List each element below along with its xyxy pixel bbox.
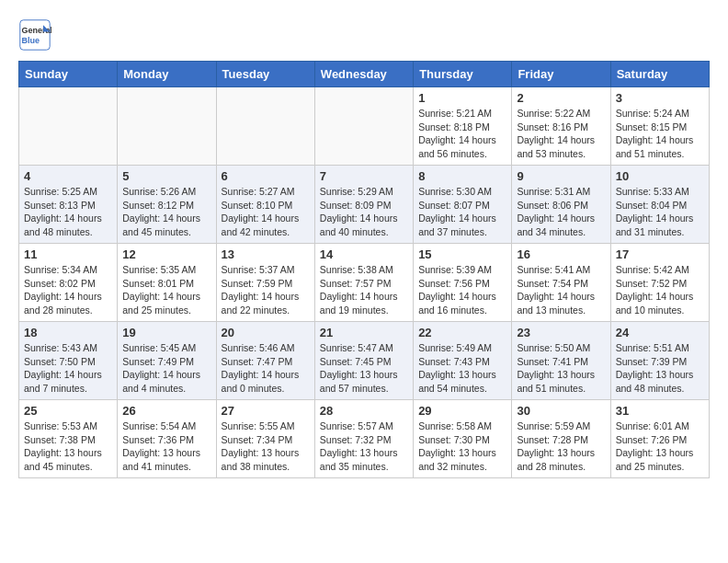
day-number: 12 bbox=[122, 247, 210, 261]
day-cell: 9Sunrise: 5:31 AM Sunset: 8:06 PM Daylig… bbox=[512, 166, 610, 244]
day-cell: 19Sunrise: 5:45 AM Sunset: 7:49 PM Dayli… bbox=[118, 322, 216, 400]
day-cell: 31Sunrise: 6:01 AM Sunset: 7:26 PM Dayli… bbox=[610, 400, 709, 478]
day-cell: 21Sunrise: 5:47 AM Sunset: 7:45 PM Dayli… bbox=[314, 322, 413, 400]
col-header-tuesday: Tuesday bbox=[216, 62, 314, 87]
day-number: 22 bbox=[418, 326, 506, 339]
day-info: Sunrise: 6:01 AM Sunset: 7:26 PM Dayligh… bbox=[616, 419, 704, 474]
day-number: 9 bbox=[517, 169, 605, 183]
col-header-saturday: Saturday bbox=[610, 62, 709, 87]
day-cell: 13Sunrise: 5:37 AM Sunset: 7:59 PM Dayli… bbox=[216, 244, 314, 322]
day-cell: 25Sunrise: 5:53 AM Sunset: 7:38 PM Dayli… bbox=[19, 400, 118, 478]
col-header-wednesday: Wednesday bbox=[314, 62, 413, 87]
day-cell: 2Sunrise: 5:22 AM Sunset: 8:16 PM Daylig… bbox=[512, 87, 610, 166]
day-cell: 16Sunrise: 5:41 AM Sunset: 7:54 PM Dayli… bbox=[512, 244, 610, 322]
day-number: 1 bbox=[418, 91, 506, 105]
day-number: 19 bbox=[122, 326, 210, 339]
day-info: Sunrise: 5:51 AM Sunset: 7:39 PM Dayligh… bbox=[616, 341, 704, 396]
day-cell: 8Sunrise: 5:30 AM Sunset: 8:07 PM Daylig… bbox=[414, 166, 512, 244]
day-info: Sunrise: 5:54 AM Sunset: 7:36 PM Dayligh… bbox=[122, 419, 210, 474]
day-cell: 4Sunrise: 5:25 AM Sunset: 8:13 PM Daylig… bbox=[19, 166, 118, 244]
day-cell: 18Sunrise: 5:43 AM Sunset: 7:50 PM Dayli… bbox=[19, 322, 118, 400]
day-number: 26 bbox=[122, 404, 210, 418]
day-info: Sunrise: 5:50 AM Sunset: 7:41 PM Dayligh… bbox=[517, 341, 605, 396]
day-number: 11 bbox=[24, 247, 112, 261]
day-number: 2 bbox=[517, 91, 605, 105]
day-number: 5 bbox=[122, 169, 210, 183]
logo-icon: General Blue bbox=[18, 18, 51, 52]
day-cell: 27Sunrise: 5:55 AM Sunset: 7:34 PM Dayli… bbox=[216, 400, 314, 478]
day-info: Sunrise: 5:55 AM Sunset: 7:34 PM Dayligh… bbox=[222, 419, 310, 474]
day-cell: 28Sunrise: 5:57 AM Sunset: 7:32 PM Dayli… bbox=[314, 400, 413, 478]
day-number: 27 bbox=[222, 404, 310, 418]
day-cell: 6Sunrise: 5:27 AM Sunset: 8:10 PM Daylig… bbox=[216, 166, 314, 244]
day-info: Sunrise: 5:53 AM Sunset: 7:38 PM Dayligh… bbox=[24, 419, 112, 474]
day-info: Sunrise: 5:24 AM Sunset: 8:15 PM Dayligh… bbox=[616, 107, 704, 161]
day-cell: 24Sunrise: 5:51 AM Sunset: 7:39 PM Dayli… bbox=[610, 322, 709, 400]
day-number: 14 bbox=[320, 247, 408, 261]
day-cell bbox=[216, 87, 314, 166]
day-info: Sunrise: 5:41 AM Sunset: 7:54 PM Dayligh… bbox=[517, 263, 605, 317]
day-info: Sunrise: 5:46 AM Sunset: 7:47 PM Dayligh… bbox=[222, 341, 310, 396]
day-info: Sunrise: 5:35 AM Sunset: 8:01 PM Dayligh… bbox=[122, 263, 210, 317]
day-cell bbox=[314, 87, 413, 166]
day-number: 17 bbox=[616, 247, 704, 261]
day-number: 3 bbox=[616, 91, 704, 105]
day-cell: 1Sunrise: 5:21 AM Sunset: 8:18 PM Daylig… bbox=[414, 87, 512, 166]
col-header-thursday: Thursday bbox=[414, 62, 512, 87]
day-number: 24 bbox=[616, 326, 704, 339]
day-info: Sunrise: 5:58 AM Sunset: 7:30 PM Dayligh… bbox=[418, 419, 506, 474]
day-info: Sunrise: 5:30 AM Sunset: 8:07 PM Dayligh… bbox=[418, 185, 506, 239]
day-cell: 20Sunrise: 5:46 AM Sunset: 7:47 PM Dayli… bbox=[216, 322, 314, 400]
day-cell: 5Sunrise: 5:26 AM Sunset: 8:12 PM Daylig… bbox=[118, 166, 216, 244]
day-cell: 14Sunrise: 5:38 AM Sunset: 7:57 PM Dayli… bbox=[314, 244, 413, 322]
day-number: 28 bbox=[320, 404, 408, 418]
header: General Blue bbox=[18, 18, 710, 52]
day-info: Sunrise: 5:26 AM Sunset: 8:12 PM Dayligh… bbox=[122, 185, 210, 239]
calendar: SundayMondayTuesdayWednesdayThursdayFrid… bbox=[18, 61, 710, 478]
day-info: Sunrise: 5:38 AM Sunset: 7:57 PM Dayligh… bbox=[320, 263, 408, 317]
day-info: Sunrise: 5:34 AM Sunset: 8:02 PM Dayligh… bbox=[24, 263, 112, 317]
day-number: 10 bbox=[616, 169, 704, 183]
day-cell: 22Sunrise: 5:49 AM Sunset: 7:43 PM Dayli… bbox=[414, 322, 512, 400]
col-header-friday: Friday bbox=[512, 62, 610, 87]
day-info: Sunrise: 5:49 AM Sunset: 7:43 PM Dayligh… bbox=[418, 341, 506, 396]
day-info: Sunrise: 5:43 AM Sunset: 7:50 PM Dayligh… bbox=[24, 341, 112, 396]
col-header-monday: Monday bbox=[118, 62, 216, 87]
day-cell: 3Sunrise: 5:24 AM Sunset: 8:15 PM Daylig… bbox=[610, 87, 709, 166]
day-cell: 29Sunrise: 5:58 AM Sunset: 7:30 PM Dayli… bbox=[414, 400, 512, 478]
day-number: 30 bbox=[517, 404, 605, 418]
logo: General Blue bbox=[18, 18, 51, 52]
day-number: 31 bbox=[616, 404, 704, 418]
day-info: Sunrise: 5:31 AM Sunset: 8:06 PM Dayligh… bbox=[517, 185, 605, 239]
day-number: 29 bbox=[418, 404, 506, 418]
day-info: Sunrise: 5:37 AM Sunset: 7:59 PM Dayligh… bbox=[222, 263, 310, 317]
day-cell: 15Sunrise: 5:39 AM Sunset: 7:56 PM Dayli… bbox=[414, 244, 512, 322]
day-number: 16 bbox=[517, 247, 605, 261]
day-info: Sunrise: 5:45 AM Sunset: 7:49 PM Dayligh… bbox=[122, 341, 210, 396]
day-cell bbox=[19, 87, 118, 166]
day-number: 4 bbox=[24, 169, 112, 183]
day-cell: 10Sunrise: 5:33 AM Sunset: 8:04 PM Dayli… bbox=[610, 166, 709, 244]
day-cell bbox=[118, 87, 216, 166]
day-cell: 23Sunrise: 5:50 AM Sunset: 7:41 PM Dayli… bbox=[512, 322, 610, 400]
day-number: 6 bbox=[222, 169, 310, 183]
day-info: Sunrise: 5:42 AM Sunset: 7:52 PM Dayligh… bbox=[616, 263, 704, 317]
day-number: 20 bbox=[222, 326, 310, 339]
day-cell: 30Sunrise: 5:59 AM Sunset: 7:28 PM Dayli… bbox=[512, 400, 610, 478]
day-info: Sunrise: 5:59 AM Sunset: 7:28 PM Dayligh… bbox=[517, 419, 605, 474]
day-info: Sunrise: 5:21 AM Sunset: 8:18 PM Dayligh… bbox=[418, 107, 506, 161]
svg-text:Blue: Blue bbox=[22, 36, 40, 45]
day-number: 25 bbox=[24, 404, 112, 418]
day-cell: 11Sunrise: 5:34 AM Sunset: 8:02 PM Dayli… bbox=[19, 244, 118, 322]
day-info: Sunrise: 5:57 AM Sunset: 7:32 PM Dayligh… bbox=[320, 419, 408, 474]
day-cell: 7Sunrise: 5:29 AM Sunset: 8:09 PM Daylig… bbox=[314, 166, 413, 244]
day-info: Sunrise: 5:25 AM Sunset: 8:13 PM Dayligh… bbox=[24, 185, 112, 239]
day-number: 7 bbox=[320, 169, 408, 183]
day-info: Sunrise: 5:47 AM Sunset: 7:45 PM Dayligh… bbox=[320, 341, 408, 396]
day-cell: 26Sunrise: 5:54 AM Sunset: 7:36 PM Dayli… bbox=[118, 400, 216, 478]
day-info: Sunrise: 5:22 AM Sunset: 8:16 PM Dayligh… bbox=[517, 107, 605, 161]
day-number: 13 bbox=[222, 247, 310, 261]
day-number: 21 bbox=[320, 326, 408, 339]
day-cell: 17Sunrise: 5:42 AM Sunset: 7:52 PM Dayli… bbox=[610, 244, 709, 322]
day-cell: 12Sunrise: 5:35 AM Sunset: 8:01 PM Dayli… bbox=[118, 244, 216, 322]
